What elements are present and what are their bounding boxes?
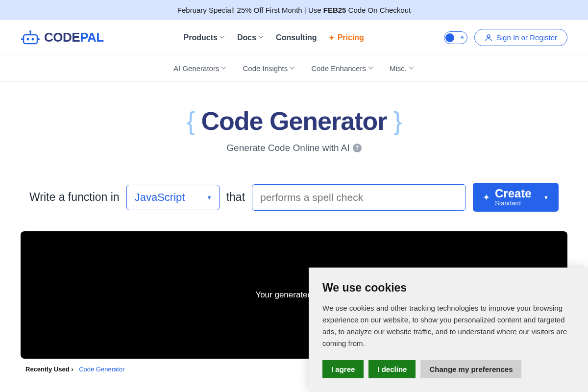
subnav-label: Misc.	[390, 64, 407, 73]
theme-toggle[interactable]: ☀	[444, 31, 467, 44]
subnav-code-insights[interactable]: Code Insights	[243, 64, 295, 73]
nav-docs-label: Docs	[237, 33, 256, 42]
logo-text-a: CODE	[44, 30, 80, 45]
cookie-buttons: I agree I decline Change my preferences	[322, 360, 574, 378]
subnav-label: AI Generators	[173, 64, 219, 73]
chevron-down-icon	[222, 66, 227, 71]
theme-knob	[445, 33, 454, 42]
logo[interactable]: CODEPAL	[21, 30, 104, 46]
rocket-icon: ✦	[329, 34, 335, 42]
chevron-down-icon	[369, 66, 374, 71]
svg-rect-0	[24, 35, 37, 44]
nav-pricing[interactable]: ✦Pricing	[329, 33, 364, 42]
prompt-prefix: Write a function in	[29, 191, 120, 204]
svg-point-7	[487, 35, 490, 38]
nav-consulting[interactable]: Consulting	[276, 33, 317, 42]
svg-point-2	[32, 38, 34, 40]
chevron-down-icon	[291, 66, 295, 71]
language-value: JavaScript	[135, 191, 185, 203]
cookie-body: We use cookies and other tracking techno…	[322, 302, 574, 349]
subtitle-text: Generate Code Online with AI	[226, 143, 349, 153]
sub-nav: AI Generators Code Insights Code Enhance…	[0, 55, 588, 82]
svg-point-5	[21, 38, 23, 40]
language-select[interactable]: JavaScript ▼	[126, 185, 220, 210]
nav-products[interactable]: Products	[184, 33, 225, 42]
svg-point-6	[38, 38, 40, 40]
sparkle-icon: ✦	[483, 192, 490, 203]
brace-close: }	[393, 107, 401, 135]
subnav-label: Code Insights	[243, 64, 288, 73]
logo-text-b: PAL	[80, 30, 104, 45]
chevron-down-icon	[410, 66, 415, 71]
page-subtitle: Generate Code Online with AI?	[21, 143, 567, 153]
page-title: { Code Generator }	[21, 106, 567, 136]
cookie-title: We use cookies	[322, 281, 574, 294]
prompt-mid: that	[226, 191, 245, 204]
nav-docs[interactable]: Docs	[237, 33, 264, 42]
create-mode: Standard	[495, 199, 521, 207]
svg-point-4	[29, 30, 31, 32]
subnav-code-enhancers[interactable]: Code Enhancers	[311, 64, 374, 73]
header: CODEPAL Products Docs Consulting ✦Pricin…	[0, 20, 588, 55]
cookie-consent-modal: We use cookies We use cookies and other …	[309, 268, 588, 392]
svg-point-1	[27, 38, 29, 40]
subnav-label: Code Enhancers	[311, 64, 366, 73]
promo-banner: February Special! 25% Off First Month | …	[0, 0, 588, 20]
cookie-agree-button[interactable]: I agree	[322, 360, 364, 378]
prompt-row: Write a function in JavaScript ▼ that ✦ …	[0, 183, 588, 212]
banner-suffix: Code On Checkout	[346, 6, 411, 14]
brace-open: {	[187, 107, 195, 135]
create-label: Create	[495, 188, 532, 199]
banner-prefix: February Special! 25% Off First Month | …	[177, 6, 323, 14]
signin-button[interactable]: Sign In or Register	[474, 29, 567, 46]
cookie-preferences-button[interactable]: Change my preferences	[420, 360, 521, 378]
chevron-down-icon	[259, 35, 264, 40]
recent-link[interactable]: Code Generator	[79, 366, 124, 373]
chevron-down-icon	[220, 35, 225, 40]
task-input[interactable]	[252, 184, 466, 211]
cookie-decline-button[interactable]: I decline	[368, 360, 416, 378]
subnav-misc[interactable]: Misc.	[390, 64, 415, 73]
title-text: Code Generator	[201, 107, 387, 135]
nav-products-label: Products	[184, 33, 218, 42]
create-button[interactable]: ✦ Create Standard ▼	[473, 183, 559, 212]
robot-icon	[21, 30, 40, 46]
subnav-ai-generators[interactable]: AI Generators	[173, 64, 227, 73]
nav-pricing-label: Pricing	[338, 33, 364, 42]
signin-label: Sign In or Register	[496, 33, 557, 42]
header-right: ☀ Sign In or Register	[444, 29, 567, 46]
main-nav: Products Docs Consulting ✦Pricing	[184, 33, 364, 42]
caret-down-icon: ▼	[543, 195, 549, 200]
caret-down-icon: ▼	[207, 195, 212, 200]
sun-icon: ☀	[460, 34, 465, 41]
user-icon	[485, 34, 492, 42]
help-icon[interactable]: ?	[353, 144, 362, 152]
hero: { Code Generator } Generate Code Online …	[0, 82, 588, 168]
banner-code: FEB25	[323, 6, 346, 14]
recent-label: Recently Used ›	[25, 366, 74, 373]
nav-consulting-label: Consulting	[276, 33, 317, 42]
